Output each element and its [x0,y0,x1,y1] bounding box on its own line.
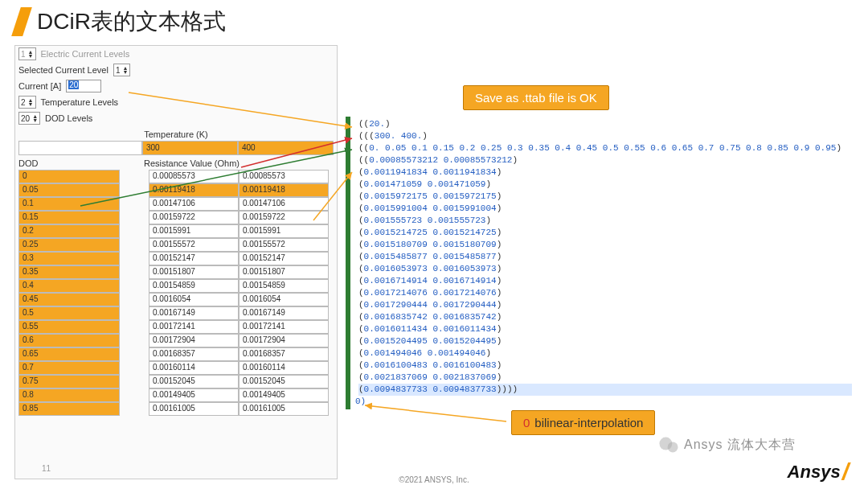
dod-cell[interactable]: 0.7 [18,361,120,375]
table-row[interactable]: 0.70.001601140.00160114 [18,361,334,375]
dod-cell[interactable]: 0.25 [18,238,120,252]
value-cell-a[interactable]: 0.00159722 [149,211,239,224]
dod-cell[interactable]: 0.55 [18,320,120,334]
value-cell-a[interactable]: 0.00154859 [149,279,239,293]
value-cell-b[interactable]: 0.00155572 [239,238,329,252]
dod-cell[interactable]: 0.8 [18,388,120,402]
dod-cell[interactable]: 0.75 [18,375,120,388]
temp-levels-spinner[interactable]: 2▲▼ [18,96,36,109]
value-cell-b[interactable]: 0.00161005 [239,402,329,416]
value-cell-b[interactable]: 0.00159722 [239,211,329,224]
value-cell-b[interactable]: 0.00154859 [239,279,329,293]
ttab-code[interactable]: ((20.)(((300. 400.)((0. 0.05 0.1 0.15 0.… [346,117,857,409]
table-row[interactable]: 0.150.001597220.00159722 [18,211,334,224]
value-cell-a[interactable]: 0.00168357 [149,347,239,361]
svg-point-6 [668,442,678,452]
dod-cell[interactable]: 0.6 [18,334,120,347]
watermark: Ansys 流体大本营 [658,436,796,454]
value-cell-a[interactable]: 0.00119418 [149,183,239,197]
dod-cell[interactable]: 0.85 [18,402,120,416]
selected-level-spinner[interactable]: 1▲▼ [113,64,131,76]
value-cell-b[interactable]: 0.00085573 [239,170,329,183]
value-cell-a[interactable]: 0.00147106 [149,197,239,211]
value-cell-b[interactable]: 0.00172141 [239,320,329,334]
value-cell-a[interactable]: 0.00149405 [149,388,239,402]
value-cell-b[interactable]: 0.00168357 [239,347,329,361]
code-line: (0.001555723 0.001555723) [358,215,852,227]
table-row[interactable]: 0.350.001518070.00151807 [18,265,334,279]
table-row[interactable]: 0.50.001671490.00167149 [18,306,334,320]
table-row[interactable]: 0.80.001494050.00149405 [18,388,334,402]
value-cell-a[interactable]: 0.00151807 [149,265,239,279]
current-label: Current [A] [18,81,61,91]
dod-cell[interactable]: 0.3 [18,252,120,265]
gap-cell [120,170,149,183]
dod-levels-spinner[interactable]: 20▲▼ [18,112,40,125]
value-cell-a[interactable]: 0.00167149 [149,306,239,320]
table-row[interactable]: 0.20.00159910.0015991 [18,224,334,238]
table-row[interactable]: 0.10.001471060.00147106 [18,197,334,211]
value-cell-a[interactable]: 0.00161005 [149,402,239,416]
value-cell-a[interactable]: 0.00155572 [149,238,239,252]
dod-cell[interactable]: 0.5 [18,306,120,320]
value-cell-b[interactable]: 0.00147106 [239,197,329,211]
value-cell-b[interactable]: 0.00152147 [239,252,329,265]
gap-cell [120,224,149,238]
slide-title: DCiR表的文本格式 [16,6,226,37]
value-cell-b[interactable]: 0.00151807 [239,265,329,279]
code-line: (0.0017214076 0.0017214076) [358,287,852,299]
table-row[interactable]: 00.000855730.00085573 [18,170,334,183]
table-row[interactable]: 0.30.001521470.00152147 [18,252,334,265]
value-cell-a[interactable]: 0.00152045 [149,375,239,388]
value-cell-a[interactable]: 0.0015991 [149,224,239,238]
temp-blank-cell[interactable] [18,141,142,155]
gap-cell [120,361,149,375]
code-line: (0.001494046 0.001494046) [358,347,852,360]
value-cell-a[interactable]: 0.00172904 [149,334,239,347]
table-row[interactable]: 0.250.001555720.00155572 [18,238,334,252]
table-row[interactable]: 0.550.001721410.00172141 [18,320,334,334]
gap-cell [120,211,149,224]
value-cell-b[interactable]: 0.00152045 [239,375,329,388]
value-cell-a[interactable]: 0.00085573 [149,170,239,183]
temp-cell-1[interactable]: 400 [238,141,334,155]
value-cell-b[interactable]: 0.00149405 [239,388,329,402]
dod-cell[interactable]: 0.15 [18,211,120,224]
value-cell-b[interactable]: 0.00167149 [239,306,329,320]
table-columns-header: DOD Resistance Value (Ohm) [18,158,334,168]
electric-levels-row: 1▲▼ Electric Current Levels [15,46,337,62]
gap-cell [120,252,149,265]
dod-cell[interactable]: 0 [18,170,120,183]
value-cell-a[interactable]: 0.0016054 [149,293,239,306]
current-input[interactable]: 20 [66,80,101,92]
table-row[interactable]: 0.650.001683570.00168357 [18,347,334,361]
table-row[interactable]: 0.750.001520450.00152045 [18,375,334,388]
table-row[interactable]: 0.450.00160540.0016054 [18,293,334,306]
dod-cell[interactable]: 0.45 [18,293,120,306]
value-cell-b[interactable]: 0.00172904 [239,334,329,347]
dod-cell[interactable]: 0.2 [18,224,120,238]
brand-slash-icon: / [842,458,849,486]
table-row[interactable]: 0.40.001548590.00154859 [18,279,334,293]
value-cell-b[interactable]: 0.00119418 [239,183,329,197]
value-cell-b[interactable]: 0.0016054 [239,293,329,306]
value-cell-a[interactable]: 0.00152147 [149,252,239,265]
dod-cell[interactable]: 0.05 [18,183,120,197]
value-cell-b[interactable]: 0.0015991 [239,224,329,238]
value-cell-a[interactable]: 0.00172141 [149,320,239,334]
value-cell-b[interactable]: 0.00160114 [239,361,329,375]
value-cell-a[interactable]: 0.00160114 [149,361,239,375]
table-row[interactable]: 0.050.001194180.00119418 [18,183,334,197]
gap-cell [120,293,149,306]
dod-levels-label: DOD Levels [45,113,92,123]
dod-cell[interactable]: 0.1 [18,197,120,211]
table-row[interactable]: 0.850.001610050.00161005 [18,402,334,416]
temp-cell-0[interactable]: 300 [142,141,238,155]
table-row[interactable]: 0.60.001729040.00172904 [18,334,334,347]
dod-cell[interactable]: 0.35 [18,265,120,279]
dod-cell[interactable]: 0.65 [18,347,120,361]
electric-levels-spinner[interactable]: 1▲▼ [18,47,36,60]
gap-cell [120,238,149,252]
dod-cell[interactable]: 0.4 [18,279,120,293]
dod-col-header: DOD [18,158,120,168]
